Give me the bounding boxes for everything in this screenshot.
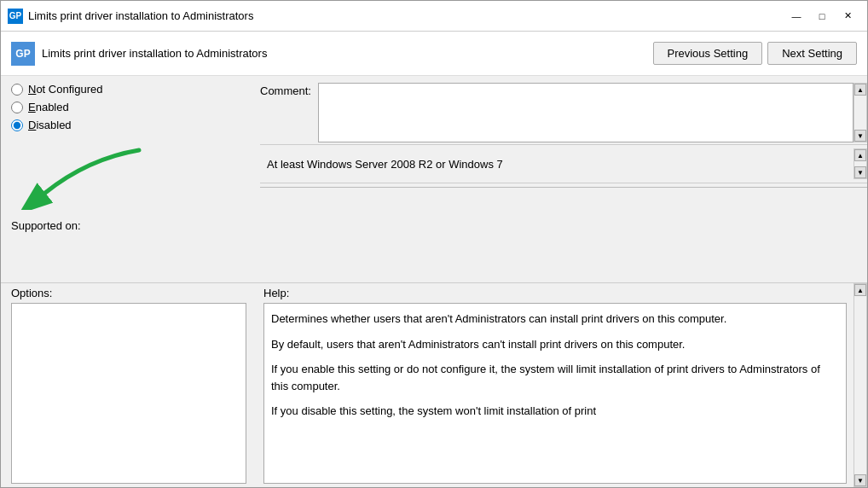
supported-on-value: At least Windows Server 2008 R2 or Windo…	[260, 158, 854, 171]
comment-scroll-up[interactable]: ▲	[854, 84, 866, 96]
help-scroll-down[interactable]: ▼	[854, 474, 866, 486]
bottom-section	[260, 187, 867, 276]
comment-scroll-down[interactable]: ▼	[854, 130, 866, 142]
green-arrow-annotation	[20, 142, 156, 210]
comment-textarea[interactable]	[318, 83, 854, 142]
comment-scroll-track	[855, 96, 865, 130]
enabled-radio[interactable]: Enabled	[11, 101, 246, 113]
header-title: Limits print driver installation to Admi…	[42, 47, 653, 60]
enabled-input[interactable]	[11, 102, 23, 113]
disabled-input[interactable]	[11, 119, 23, 131]
header-buttons: Previous Setting Next Setting	[653, 42, 858, 65]
title-bar: GP Limits print driver installation to A…	[1, 1, 867, 32]
right-panel: Comment: ▲ ▼ At least Windows Server 200…	[257, 76, 867, 282]
not-configured-radio[interactable]: Not Configured	[11, 83, 246, 96]
supported-scrollbar[interactable]: ▲ ▼	[854, 148, 867, 179]
radio-group: Not Configured Enabled Disabled	[11, 83, 246, 131]
help-content: Determines whether users that aren't Adm…	[263, 303, 847, 484]
window-controls: — □ ✕	[784, 6, 860, 26]
disabled-label: Disabled	[28, 119, 72, 131]
window-icon: GP	[8, 9, 23, 24]
supported-scroll-up[interactable]: ▲	[854, 149, 866, 161]
main-window: GP Limits print driver installation to A…	[0, 0, 868, 488]
bottom-panels: Options: Help: Determines whether users …	[1, 282, 867, 487]
supported-scroll-down[interactable]: ▼	[854, 166, 866, 178]
help-scroll-track	[855, 296, 865, 474]
not-configured-label: Not Configured	[28, 83, 102, 96]
next-setting-button[interactable]: Next Setting	[767, 42, 857, 65]
help-para-4: If you disable this setting, the system …	[271, 403, 839, 420]
close-button[interactable]: ✕	[835, 6, 860, 26]
comment-row: Comment: ▲ ▼	[260, 83, 867, 142]
minimize-button[interactable]: —	[784, 6, 809, 26]
previous-setting-button[interactable]: Previous Setting	[653, 42, 763, 65]
comment-label: Comment:	[260, 83, 311, 97]
help-panel: Help: Determines whether users that aren…	[257, 283, 854, 487]
options-label: Options:	[11, 287, 246, 299]
options-box	[11, 303, 246, 484]
enabled-label: Enabled	[28, 101, 69, 113]
help-label: Help:	[263, 287, 847, 299]
content-area: Not Configured Enabled Disabled	[1, 76, 867, 282]
supported-on-label-container: Supported on:	[11, 219, 246, 232]
top-right: Comment: ▲ ▼ At least Windows Server 200…	[260, 83, 867, 183]
supported-value-row: At least Windows Server 2008 R2 or Windo…	[260, 144, 867, 183]
comment-scrollbar[interactable]: ▲ ▼	[854, 83, 867, 142]
header-icon: GP	[11, 42, 35, 66]
maximize-button[interactable]: □	[809, 6, 835, 26]
help-para-1: Determines whether users that aren't Adm…	[271, 311, 839, 328]
options-panel: Options:	[1, 283, 257, 487]
annotation-container	[11, 142, 246, 212]
left-panel: Not Configured Enabled Disabled	[1, 76, 257, 282]
help-para-3: If you enable this setting or do not con…	[271, 361, 839, 394]
header-bar: GP Limits print driver installation to A…	[1, 32, 867, 76]
disabled-radio[interactable]: Disabled	[11, 119, 246, 131]
help-scroll-up[interactable]: ▲	[854, 284, 866, 296]
help-para-2: By default, users that aren't Administra…	[271, 336, 839, 353]
help-scrollbar[interactable]: ▲ ▼	[854, 283, 867, 487]
supported-on-label: Supported on:	[11, 219, 81, 232]
window-title: Limits print driver installation to Admi…	[28, 9, 784, 22]
not-configured-input[interactable]	[11, 84, 23, 96]
comment-input-container: ▲ ▼	[318, 83, 867, 142]
